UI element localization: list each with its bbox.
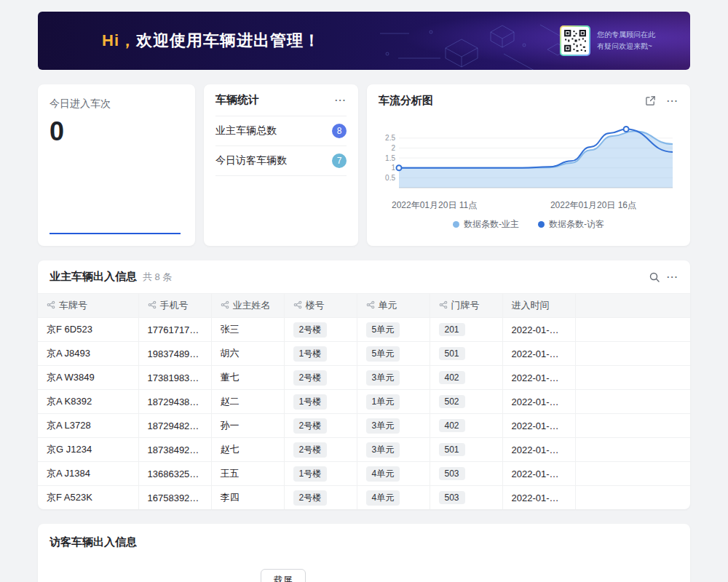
owner-table-header: 业主车辆出入信息 共 8 条 ⋯ xyxy=(38,260,690,293)
door-cell[interactable]: 402 xyxy=(430,366,502,390)
building-cell[interactable]: 2号楼 xyxy=(284,366,357,390)
phone-cell[interactable]: 17761717… xyxy=(138,318,211,342)
blank-cell xyxy=(575,462,690,486)
phone-cell[interactable]: 17381983… xyxy=(138,366,211,390)
search-icon[interactable] xyxy=(649,271,660,283)
table-row[interactable]: 京A L372818729482…孙一2号楼3单元4022022-01-… xyxy=(38,414,690,438)
door-cell[interactable]: 503 xyxy=(430,462,502,486)
time-cell[interactable]: 2022-01-… xyxy=(502,462,575,486)
building-cell[interactable]: 2号楼 xyxy=(284,438,357,462)
plate-cell[interactable]: 京A K8392 xyxy=(38,390,138,414)
stat-underline xyxy=(50,233,181,234)
phone-cell[interactable]: 19837489… xyxy=(138,342,211,366)
table-title: 访客车辆出入信息 xyxy=(50,535,678,549)
tag-pill: 2号楼 xyxy=(293,370,328,386)
table-title: 业主车辆出入信息 xyxy=(50,270,137,284)
time-cell[interactable]: 2022-01-… xyxy=(502,342,575,366)
phone-cell[interactable]: 18738492… xyxy=(138,438,211,462)
stat-row-label: 业主车辆总数 xyxy=(215,124,277,137)
phone-cell[interactable]: 16758392… xyxy=(138,486,211,510)
name-cell[interactable]: 张三 xyxy=(211,318,284,342)
phone-cell[interactable]: 18729482… xyxy=(138,414,211,438)
plate-cell[interactable]: 京F 6D523 xyxy=(38,318,138,342)
export-icon[interactable] xyxy=(645,95,656,106)
tag-pill: 502 xyxy=(439,395,465,408)
plate-cell[interactable]: 京A L3728 xyxy=(38,414,138,438)
building-cell[interactable]: 1号楼 xyxy=(284,390,357,414)
column-header-name[interactable]: 业主姓名 xyxy=(211,294,284,318)
unit-cell[interactable]: 3单元 xyxy=(357,438,430,462)
column-label: 单元 xyxy=(379,300,397,311)
column-header-time[interactable]: 进入时间 xyxy=(502,294,575,318)
table-row[interactable]: 京A K839218729438…赵二1号楼1单元5022022-01-… xyxy=(38,390,690,414)
name-cell[interactable]: 李四 xyxy=(211,486,284,510)
time-cell[interactable]: 2022-01-… xyxy=(502,486,575,510)
table-row[interactable]: 京G J123418738492…赵七2号楼3单元5012022-01-… xyxy=(38,438,690,462)
unit-cell[interactable]: 3单元 xyxy=(357,366,430,390)
building-cell[interactable]: 1号楼 xyxy=(284,342,357,366)
column-label: 车牌号 xyxy=(59,300,87,311)
door-cell[interactable]: 502 xyxy=(430,390,502,414)
more-icon[interactable]: ⋯ xyxy=(666,94,678,108)
table-row[interactable]: 京F 6D52317761717…张三2号楼5单元2012022-01-… xyxy=(38,318,690,342)
blank-cell xyxy=(575,486,690,510)
unit-cell[interactable]: 1单元 xyxy=(357,390,430,414)
door-cell[interactable]: 201 xyxy=(430,318,502,342)
door-cell[interactable]: 402 xyxy=(430,414,502,438)
today-entry-card: 今日进入车次 0 xyxy=(38,84,195,246)
table-row[interactable]: 京A W384917381983…董七2号楼3单元4022022-01-… xyxy=(38,366,690,390)
unit-cell[interactable]: 4单元 xyxy=(357,486,430,510)
name-cell[interactable]: 赵二 xyxy=(211,390,284,414)
unit-cell[interactable]: 4单元 xyxy=(357,462,430,486)
door-cell[interactable]: 501 xyxy=(430,342,502,366)
time-cell[interactable]: 2022-01-… xyxy=(502,366,575,390)
door-cell[interactable]: 503 xyxy=(430,486,502,510)
name-cell[interactable]: 赵七 xyxy=(211,438,284,462)
table-row[interactable]: 京A J849319837489…胡六1号楼5单元5012022-01-… xyxy=(38,342,690,366)
flow-chart-card: 车流分析图 ⋯ 0.511.522.5 2022年01月20日 11点 2022… xyxy=(367,84,690,246)
phone-cell[interactable]: 13686325… xyxy=(138,462,211,486)
column-header-door[interactable]: 门牌号 xyxy=(430,294,502,318)
more-icon[interactable]: ⋯ xyxy=(666,270,678,284)
blank-cell xyxy=(575,342,690,366)
tag-pill: 503 xyxy=(439,467,465,480)
field-link-icon xyxy=(47,300,55,309)
building-cell[interactable]: 2号楼 xyxy=(284,486,357,510)
plate-cell[interactable]: 京F A523K xyxy=(38,486,138,510)
plate-cell[interactable]: 京A J1384 xyxy=(38,462,138,486)
name-cell[interactable]: 胡六 xyxy=(211,342,284,366)
chart-x-axis: 2022年01月20日 11点 2022年01月20日 16点 xyxy=(379,199,678,212)
plate-cell[interactable]: 京A W3849 xyxy=(38,366,138,390)
column-header-building[interactable]: 楼号 xyxy=(284,294,357,318)
blank-cell xyxy=(575,366,690,390)
name-cell[interactable]: 董七 xyxy=(211,366,284,390)
legend-item[interactable]: 数据条数-访客 xyxy=(538,218,604,231)
plate-cell[interactable]: 京G J1234 xyxy=(38,438,138,462)
unit-cell[interactable]: 5单元 xyxy=(357,342,430,366)
column-header-plate[interactable]: 车牌号 xyxy=(38,294,138,318)
table-row[interactable]: 京A J138413686325…王五1号楼4单元5032022-01-… xyxy=(38,462,690,486)
phone-cell[interactable]: 18729438… xyxy=(138,390,211,414)
name-cell[interactable]: 孙一 xyxy=(211,414,284,438)
column-header-phone[interactable]: 手机号 xyxy=(138,294,211,318)
building-cell[interactable]: 2号楼 xyxy=(284,414,357,438)
time-cell[interactable]: 2022-01-… xyxy=(502,390,575,414)
table-row[interactable]: 京F A523K16758392…李四2号楼4单元5032022-01-… xyxy=(38,486,690,510)
more-icon[interactable]: ⋯ xyxy=(334,93,347,107)
time-cell[interactable]: 2022-01-… xyxy=(502,318,575,342)
door-cell[interactable]: 501 xyxy=(430,438,502,462)
legend-item[interactable]: 数据条数-业主 xyxy=(453,218,519,231)
unit-cell[interactable]: 5单元 xyxy=(357,318,430,342)
x-axis-label-end: 2022年01月20日 16点 xyxy=(550,199,636,212)
building-cell[interactable]: 2号楼 xyxy=(284,318,357,342)
plate-cell[interactable]: 京A J8493 xyxy=(38,342,138,366)
time-cell[interactable]: 2022-01-… xyxy=(502,438,575,462)
time-cell[interactable]: 2022-01-… xyxy=(502,414,575,438)
svg-text:2: 2 xyxy=(391,144,395,152)
name-cell[interactable]: 王五 xyxy=(211,462,284,486)
building-cell[interactable]: 1号楼 xyxy=(284,462,357,486)
unit-cell[interactable]: 3单元 xyxy=(357,414,430,438)
column-header-unit[interactable]: 单元 xyxy=(357,294,430,318)
partial-button[interactable]: 载屏 xyxy=(261,569,306,582)
dashboard-page: Hi，欢迎使用车辆进出管理！ xyxy=(0,0,728,582)
